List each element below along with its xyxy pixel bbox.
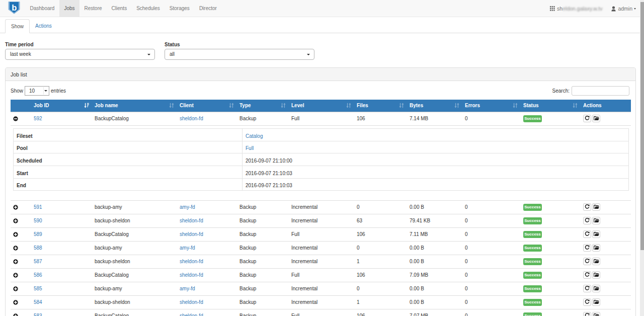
- svg-text:b: b: [12, 3, 17, 12]
